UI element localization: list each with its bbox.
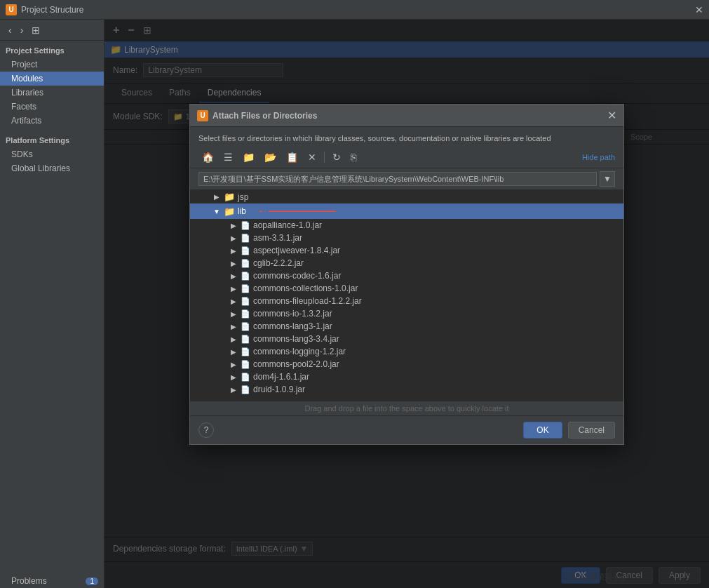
- path-input[interactable]: [198, 172, 597, 186]
- file-icon-commons-lang3-34: 📄: [241, 335, 250, 344]
- tree-item-aspectjweaver-label: aspectjweaver-1.8.4.jar: [253, 246, 340, 255]
- toolbar-home-button[interactable]: 🏠: [198, 149, 217, 165]
- tree-item-commons-fileupload[interactable]: ▶ 📄 commons-fileupload-1.2.2.jar: [190, 295, 623, 307]
- modal-icon: U: [197, 110, 208, 121]
- toolbar-list-button[interactable]: ☰: [220, 149, 236, 165]
- hide-path-button[interactable]: Hide path: [582, 153, 615, 161]
- expand-arrow-asm: ▶: [229, 234, 238, 242]
- modal-titlebar: U Attach Files or Directories ✕: [190, 105, 623, 127]
- close-icon[interactable]: ✕: [695, 4, 703, 15]
- folder-icon-lib: 📁: [224, 206, 235, 217]
- annotation-arrow: ←——————: [257, 205, 336, 218]
- file-icon-commons-io: 📄: [241, 309, 250, 319]
- expand-arrow-commons-pool2: ▶: [229, 361, 238, 368]
- tree-item-aspectjweaver[interactable]: ▶ 📄 aspectjweaver-1.8.4.jar: [190, 244, 623, 257]
- tree-item-jsp[interactable]: ▶ 📁 jsp: [190, 190, 623, 203]
- modal-path-bar: ▼: [190, 168, 623, 190]
- expand-arrow-cglib: ▶: [229, 260, 238, 267]
- expand-arrow-aopalliance: ▶: [229, 222, 238, 229]
- tree-item-dom4j[interactable]: ▶ 📄 dom4j-1.6.1.jar: [190, 370, 623, 383]
- sidebar-problems[interactable]: Problems 1: [0, 574, 104, 588]
- toolbar-openfolder-button[interactable]: 📂: [261, 149, 280, 165]
- tree-item-commons-pool2-label: commons-pool2-2.0.jar: [253, 359, 339, 369]
- toolbar-copy-button[interactable]: ⎘: [347, 149, 360, 165]
- toolbar-newfolder-button[interactable]: 📁: [239, 149, 258, 165]
- drag-hint: Drag and drop a file into the space abov…: [190, 401, 623, 415]
- file-icon-commons-pool2: 📄: [241, 360, 250, 369]
- copy-button[interactable]: ⊞: [29, 23, 43, 37]
- tree-item-dom4j-label: dom4j-1.6.1.jar: [253, 372, 309, 382]
- back-button[interactable]: ‹: [6, 23, 15, 37]
- tree-item-commons-collections[interactable]: ▶ 📄 commons-collections-1.0.jar: [190, 282, 623, 295]
- tree-item-commons-logging[interactable]: ▶ 📄 commons-logging-1.2.jar: [190, 345, 623, 358]
- forward-button[interactable]: ›: [18, 23, 27, 37]
- file-icon-asm: 📄: [241, 234, 250, 243]
- sidebar-item-facets[interactable]: Facets: [0, 100, 104, 114]
- modal-close-icon[interactable]: ✕: [607, 109, 616, 122]
- expand-arrow-commons-collections: ▶: [229, 285, 238, 293]
- sidebar-item-sdks[interactable]: SDKs: [0, 147, 104, 161]
- tree-item-lib[interactable]: ▼ 📁 lib ←——————: [190, 203, 623, 219]
- sidebar: ‹ › ⊞ Project Settings Project Modules L…: [0, 20, 104, 588]
- tree-item-cglib[interactable]: ▶ 📄 cglib-2.2.2.jar: [190, 257, 623, 269]
- global-libraries-label: Global Libraries: [11, 163, 70, 173]
- expand-arrow-commons-io: ▶: [229, 310, 238, 318]
- file-icon-commons-fileupload: 📄: [241, 297, 250, 306]
- sidebar-item-global-libraries[interactable]: Global Libraries: [0, 161, 104, 175]
- sidebar-nav: ‹ › ⊞: [0, 20, 104, 41]
- sidebar-item-modules[interactable]: Modules: [0, 72, 104, 86]
- tree-item-druid[interactable]: ▶ 📄 druid-1.0.9.jar: [190, 383, 623, 396]
- main-layout: ‹ › ⊞ Project Settings Project Modules L…: [0, 20, 709, 588]
- modules-label: Modules: [11, 74, 43, 83]
- expand-arrow-lib: ▼: [212, 208, 221, 215]
- sidebar-item-artifacts[interactable]: Artifacts: [0, 114, 104, 128]
- tree-item-cglib-label: cglib-2.2.2.jar: [253, 258, 304, 268]
- modal-cancel-button[interactable]: Cancel: [568, 422, 615, 439]
- file-icon-commons-lang3-1: 📄: [241, 322, 250, 331]
- artifacts-label: Artifacts: [11, 116, 41, 126]
- sidebar-item-project[interactable]: Project: [0, 58, 104, 72]
- tree-item-commons-io[interactable]: ▶ 📄 commons-io-1.3.2.jar: [190, 307, 623, 320]
- tree-item-commons-lang3-1[interactable]: ▶ 📄 commons-lang3-1.jar: [190, 320, 623, 333]
- toolbar-delete-button[interactable]: ✕: [304, 149, 320, 165]
- tree-item-asm[interactable]: ▶ 📄 asm-3.3.1.jar: [190, 232, 623, 244]
- tree-item-commons-codec-label: commons-codec-1.6.jar: [253, 271, 341, 281]
- expand-arrow-aspectjweaver: ▶: [229, 247, 238, 255]
- title-bar: U Project Structure ✕: [0, 0, 709, 20]
- problems-label: Problems: [11, 576, 47, 586]
- modal-toolbar: 🏠 ☰ 📁 📂 📋 ✕ ↻ ⎘ Hide path: [190, 147, 623, 168]
- tree-item-commons-lang3-34[interactable]: ▶ 📄 commons-lang3-3.4.jar: [190, 333, 623, 345]
- expand-arrow-jsp: ▶: [212, 193, 221, 201]
- tree-item-commons-fileupload-label: commons-fileupload-1.2.2.jar: [253, 296, 362, 306]
- tree-item-commons-lang3-34-label: commons-lang3-3.4.jar: [253, 334, 339, 344]
- tree-item-jsp-label: jsp: [238, 192, 248, 202]
- tree-item-druid-label: druid-1.0.9.jar: [253, 385, 305, 394]
- tree-item-aopalliance-label: aopalliance-1.0.jar: [253, 220, 322, 230]
- tree-item-commons-lang3-1-label: commons-lang3-1.jar: [253, 321, 332, 331]
- modal-title: Attach Files or Directories: [212, 111, 317, 121]
- project-settings-label: Project Settings: [0, 41, 104, 58]
- problems-badge: 1: [86, 577, 98, 585]
- tree-item-asm-label: asm-3.3.1.jar: [253, 233, 302, 243]
- modal-ok-button[interactable]: OK: [523, 422, 562, 439]
- tree-item-commons-codec[interactable]: ▶ 📄 commons-codec-1.6.jar: [190, 269, 623, 282]
- tree-item-commons-pool2[interactable]: ▶ 📄 commons-pool2-2.0.jar: [190, 358, 623, 370]
- help-button[interactable]: ?: [198, 422, 214, 438]
- facets-label: Facets: [11, 102, 36, 112]
- window-title: Project Structure: [21, 5, 83, 15]
- expand-arrow-commons-codec: ▶: [229, 272, 238, 280]
- file-icon-dom4j: 📄: [241, 373, 250, 382]
- toolbar-separator: [324, 152, 325, 163]
- sdks-label: SDKs: [11, 149, 33, 159]
- toolbar-refresh-button[interactable]: ↻: [329, 149, 344, 165]
- sidebar-item-libraries[interactable]: Libraries: [0, 86, 104, 100]
- toolbar-copypath-button[interactable]: 📋: [283, 149, 302, 165]
- path-dropdown-button[interactable]: ▼: [600, 171, 615, 187]
- file-icon-druid: 📄: [241, 385, 250, 394]
- tree-item-commons-io-label: commons-io-1.3.2.jar: [253, 309, 332, 319]
- tree-item-aopalliance[interactable]: ▶ 📄 aopalliance-1.0.jar: [190, 219, 623, 232]
- modal-buttons: ? OK Cancel: [190, 415, 623, 444]
- file-icon-commons-collections: 📄: [241, 284, 250, 293]
- content-area: + − ⊞ 📁 LibrarySystem Name: Sources Path…: [104, 20, 709, 588]
- file-tree[interactable]: ▶ 📁 jsp ▼ 📁 lib ←——————: [190, 190, 623, 401]
